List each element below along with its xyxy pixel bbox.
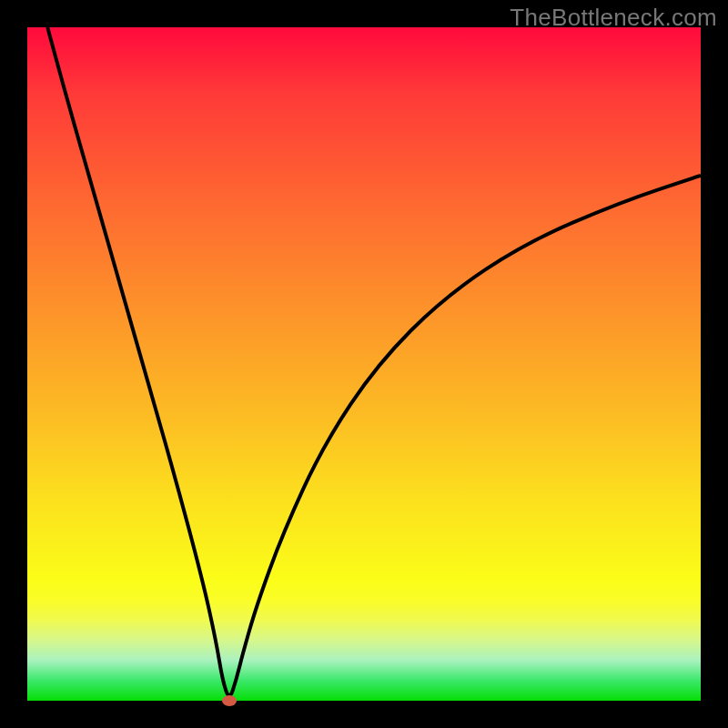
bottleneck-curve: [27, 27, 701, 701]
curve-path: [47, 27, 701, 695]
min-marker: [222, 695, 237, 706]
outer-frame: TheBottleneck.com: [0, 0, 728, 728]
watermark-text: TheBottleneck.com: [510, 4, 717, 32]
